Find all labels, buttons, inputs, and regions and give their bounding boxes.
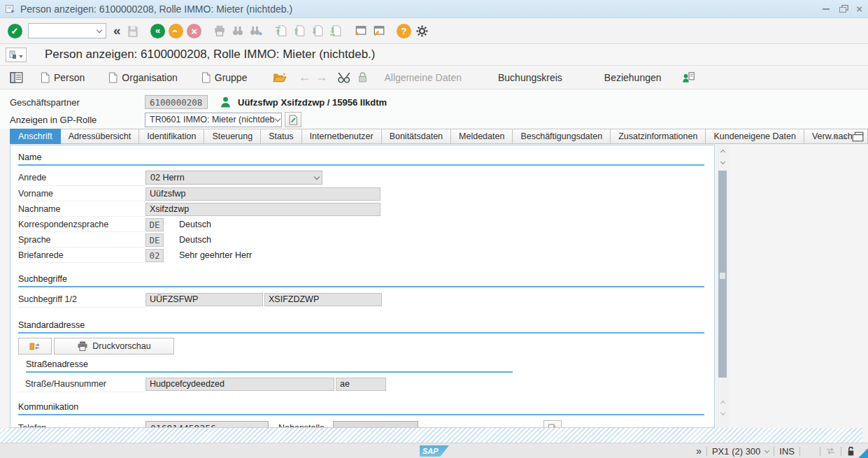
gp-number-field[interactable]: 6100000208 xyxy=(145,95,208,109)
separator xyxy=(774,447,774,456)
hausnummer-field[interactable]: ae xyxy=(336,378,386,391)
next-partner-arrow-icon[interactable]: → xyxy=(313,70,329,85)
telefon-field[interactable]: 016914459256 xyxy=(145,421,269,429)
chevron-down-icon[interactable] xyxy=(764,448,769,452)
expand-arrow-icon xyxy=(548,423,557,429)
buchungskreis-button[interactable]: Buchungskreis xyxy=(492,70,568,85)
lock-button[interactable] xyxy=(353,69,371,87)
find-next-icon[interactable] xyxy=(247,21,265,41)
tab-internetbenutzer[interactable]: Internetbenutzer xyxy=(302,129,382,144)
command-input[interactable] xyxy=(29,24,93,37)
print-button[interactable] xyxy=(211,21,229,41)
organisation-button[interactable]: Organisation xyxy=(103,70,183,85)
anrede-label: Anrede xyxy=(18,169,145,186)
scroll-page-up-icon[interactable] xyxy=(716,396,729,408)
scroll-up-icon[interactable] xyxy=(716,145,729,157)
gui-status-icon xyxy=(9,50,17,59)
cancel-button[interactable]: × xyxy=(185,21,204,41)
status-more-icon[interactable]: » xyxy=(696,445,702,457)
person-button[interactable]: Person xyxy=(35,70,90,85)
briefanrede-text: Sehr geehrter Herr xyxy=(179,250,252,260)
last-page-button[interactable] xyxy=(327,21,345,41)
tab-anschrift[interactable]: Anschrift xyxy=(10,129,61,144)
suchbegriff2-field[interactable]: XSIFZDZWP xyxy=(264,293,382,306)
telefon-more-button[interactable] xyxy=(543,420,562,428)
tab-identifikation[interactable]: Identifikation xyxy=(139,129,204,144)
strasse-field[interactable]: Hudpcefcydeedzed xyxy=(145,378,334,391)
gruppe-button[interactable]: Gruppe xyxy=(196,70,253,85)
display-change-button[interactable] xyxy=(335,69,353,87)
page-up-button[interactable] xyxy=(290,21,308,41)
tab-scroll-left-icon[interactable]: ‹ xyxy=(834,131,838,142)
nachname-field[interactable]: Xsifzdzwp xyxy=(145,203,380,216)
enter-button[interactable]: ✓ xyxy=(6,21,24,41)
druckvorschau-button[interactable]: Druckvorschau xyxy=(54,338,174,355)
new-session-button[interactable] xyxy=(352,21,370,41)
layout-menu-button[interactable] xyxy=(6,48,27,62)
sync-icon[interactable] xyxy=(825,447,836,455)
nebenstelle-field[interactable] xyxy=(333,421,418,429)
first-page-button[interactable] xyxy=(272,21,290,41)
beziehungen-label: Beziehungen xyxy=(604,72,662,83)
tab-steuerung[interactable]: Steuerung xyxy=(204,129,261,144)
gp-role-detail-button[interactable] xyxy=(285,112,301,127)
briefanrede-field[interactable]: 02 xyxy=(145,249,164,262)
tab-kundeneigene-daten[interactable]: Kundeneigene Daten xyxy=(706,129,804,144)
sprache-field[interactable]: DE xyxy=(145,234,164,247)
collapse-toolbar-icon[interactable]: « xyxy=(113,23,121,38)
tab-bonitaetsdaten[interactable]: Bonitätsdaten xyxy=(382,129,451,144)
tab-zusatzinformationen[interactable]: Zusatzinformationen xyxy=(611,129,706,144)
document-icon xyxy=(41,72,50,83)
page-down-button[interactable] xyxy=(308,21,327,41)
customize-layout-button[interactable] xyxy=(413,21,432,41)
minimize-button[interactable] xyxy=(823,8,830,10)
save-button[interactable] xyxy=(124,21,142,41)
scrollbar-thumb[interactable] xyxy=(718,171,727,378)
find-button[interactable] xyxy=(229,21,247,41)
open-button[interactable] xyxy=(271,69,289,87)
create-shortcut-button[interactable] xyxy=(370,21,388,41)
partner-header: Geschäftspartner 6100000208 Uüfzsfwp Xsi… xyxy=(0,90,868,129)
restore-button[interactable] xyxy=(839,7,846,13)
suchbegriff1-field[interactable]: UÜFZSFWP xyxy=(145,293,263,306)
relationships-button[interactable] xyxy=(680,69,698,87)
command-field[interactable] xyxy=(28,23,106,38)
page-up-icon xyxy=(293,24,306,37)
tab-meldedaten[interactable]: Meldedaten xyxy=(451,129,513,144)
tab-overview-icon[interactable] xyxy=(852,131,864,142)
tab-adressuebersicht[interactable]: Adressübersicht xyxy=(61,129,140,144)
chevron-down-icon[interactable] xyxy=(93,24,106,38)
beziehungen-button[interactable]: Beziehungen xyxy=(599,70,667,85)
allgemeine-daten-button[interactable]: Allgemeine Daten xyxy=(378,70,467,85)
system-info[interactable]: PX1 (2) 300 xyxy=(712,446,760,457)
close-button[interactable]: × xyxy=(856,6,862,13)
gruppe-button-label: Gruppe xyxy=(215,72,248,83)
printer-icon xyxy=(77,341,88,352)
telefon-label: Telefon xyxy=(18,419,145,428)
standard-toolbar: ✓ « « ‹ × xyxy=(0,18,868,44)
lock-icon[interactable] xyxy=(846,446,855,457)
help-button[interactable]: ? xyxy=(395,21,413,41)
resize-corner[interactable] xyxy=(858,448,868,458)
gp-role-dropdown[interactable]: TR0601 IMMO: Mieter (nichtdeb.) xyxy=(145,113,282,127)
tab-status[interactable]: Status xyxy=(261,129,301,144)
locator-button[interactable] xyxy=(7,69,25,87)
tab-scroll-right-icon[interactable]: › xyxy=(843,131,846,142)
tab-beschaeftigungsdaten[interactable]: Beschäftigungsdaten xyxy=(513,129,611,144)
section-standardadresse-title: Standardadresse xyxy=(18,320,85,330)
insert-mode[interactable]: INS xyxy=(779,446,795,457)
vorname-field[interactable]: Uüfzsfwp xyxy=(145,187,380,201)
scroll-page-down-icon[interactable] xyxy=(716,408,729,420)
korrespondenzsprache-text: Deutsch xyxy=(179,220,211,229)
back-button[interactable]: « xyxy=(149,21,167,41)
vertical-scrollbar[interactable] xyxy=(716,145,729,428)
exit-button[interactable]: ‹ xyxy=(167,21,185,41)
address-versions-button[interactable] xyxy=(18,338,52,355)
scroll-down-icon[interactable] xyxy=(716,157,729,169)
korrespondenzsprache-field[interactable]: DE xyxy=(145,218,164,231)
document-icon xyxy=(201,72,211,83)
previous-partner-arrow-icon[interactable]: ← xyxy=(296,70,313,85)
anrede-dropdown[interactable]: 02 Herrn xyxy=(145,171,322,185)
tab-strip: Anschrift Adressübersicht Identifikation… xyxy=(10,129,868,144)
application-toolbar: Person Organisation Gruppe ← → Allgemein… xyxy=(0,66,868,90)
